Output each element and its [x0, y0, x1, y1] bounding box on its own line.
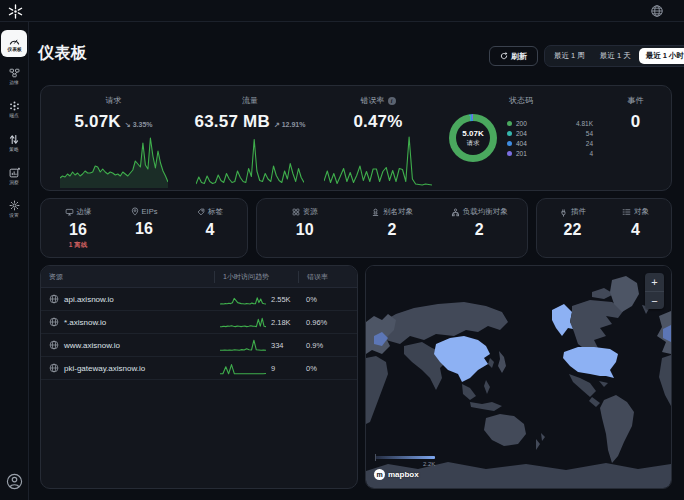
sidebar-item-insight[interactable]: 洞察: [1, 162, 27, 189]
topbar: [0, 0, 684, 22]
gear-icon: [9, 200, 20, 211]
summary-lb-value: 2: [475, 221, 484, 239]
sidebar-label: 洞察: [9, 179, 19, 185]
sidebar-item-dashboard[interactable]: 仪表板: [1, 30, 27, 57]
time-range-segmented: 最近 1 周 最近 1 天 最近 1 小时: [544, 45, 684, 67]
dashboard-app: 仪表板 边缘 端点: [0, 0, 684, 500]
legend-dot-201: [507, 151, 512, 156]
globe-icon: [49, 317, 59, 327]
summary-card-plugins: 插件 22 对象 4: [536, 198, 672, 258]
row-error-rate: 0%: [298, 295, 357, 304]
page-title: 仪表板: [38, 43, 88, 64]
table-row[interactable]: *.axisnow.io 2.18K 0.96%: [41, 311, 357, 334]
stats-card: 请求 5.07K ↘ 3.35% 流量 63.57 MB ↗ 12.91% 错误…: [40, 85, 672, 191]
world-map-card[interactable]: + − 2.2K m mapbox: [365, 265, 672, 489]
endpoint-hub-icon: [9, 101, 20, 111]
donut-center-label: 请求: [467, 139, 480, 148]
insight-chart-icon: [9, 167, 20, 178]
stat-traffic: 流量 63.57 MB ↗ 12.91%: [186, 86, 314, 190]
legend-max-label: 2.2K: [423, 461, 435, 467]
list-icon: [622, 208, 631, 216]
alias-stamp-icon: [371, 208, 380, 217]
legend-row-404: 404 24: [507, 140, 593, 147]
user-avatar-icon[interactable]: [6, 473, 23, 490]
mapbox-logo-icon: m: [374, 469, 385, 480]
map-zoom-controls: + −: [645, 273, 664, 309]
refresh-button[interactable]: 刷新: [489, 46, 538, 66]
summary-objects: 对象 4: [604, 207, 667, 257]
row-count: 2.18K: [271, 318, 291, 327]
table-row[interactable]: pki-gateway.axisnow.io 9 0%: [41, 357, 357, 380]
stat-requests-delta: ↘ 3.35%: [125, 121, 153, 129]
column-header-error: 错误率: [298, 271, 357, 283]
time-range-day[interactable]: 最近 1 天: [593, 48, 638, 64]
sidebar-item-endpoint[interactable]: 端点: [1, 96, 27, 123]
legend-gradient-bar: [375, 456, 435, 459]
stat-traffic-delta: ↗ 12.91%: [274, 121, 306, 129]
status-codes-donut: 5.07K 请求: [449, 114, 497, 162]
row-sparkline: [220, 338, 266, 352]
table-row[interactable]: www.axisnow.io 334 0.9%: [41, 334, 357, 357]
donut-center-value: 5.07K: [462, 129, 483, 138]
sidebar-item-settings[interactable]: 设置: [1, 195, 27, 222]
stat-error-value: 0.47%: [353, 112, 402, 132]
sidebar-label: 设置: [9, 212, 19, 218]
summary-card-resources: 资源 10 别名对象 2 负载均衡对象 2: [256, 198, 528, 258]
row-count: 334: [271, 341, 284, 350]
row-sparkline: [220, 315, 266, 329]
language-globe-icon[interactable]: [650, 4, 664, 18]
zoom-in-button[interactable]: +: [645, 273, 664, 291]
time-range-hour[interactable]: 最近 1 小时: [639, 48, 684, 64]
summary-resources: 资源 10: [261, 207, 348, 257]
stat-traffic-value: 63.57 MB: [195, 112, 270, 132]
summary-plugins-value: 22: [564, 221, 582, 239]
stat-requests: 请求 5.07K ↘ 3.35%: [41, 86, 186, 190]
row-error-rate: 0.96%: [298, 318, 357, 327]
summary-card-edges: 边缘 16 1 离线 EIPs 16 标签 4: [40, 198, 248, 258]
legend-dot-204: [507, 131, 512, 136]
brand-logo-icon: [8, 4, 23, 19]
error-sparkline: [324, 136, 432, 188]
summary-alias-value: 2: [388, 221, 397, 239]
table-row[interactable]: api.axisnow.io 2.55K 0%: [41, 288, 357, 311]
stat-status-codes: 状态码 5.07K 请求 200 4.81K 20: [442, 86, 600, 190]
edge-nodes-icon: [9, 68, 20, 78]
stat-requests-value: 5.07K: [74, 112, 120, 132]
mapbox-attribution[interactable]: m mapbox: [374, 469, 419, 480]
row-error-rate: 0%: [298, 364, 357, 373]
legend-row-200: 200 4.81K: [507, 120, 593, 127]
summary-tags-value: 4: [206, 221, 215, 239]
sidebar-label: 边缘: [9, 79, 19, 85]
resources-table-card: 资源 1小时访问趋势 错误率 api.axisnow.io 2.55K 0% *…: [40, 265, 358, 489]
load-balancer-tree-icon: [451, 208, 460, 217]
table-header: 资源 1小时访问趋势 错误率: [41, 266, 357, 288]
stat-events-label: 事件: [628, 95, 644, 106]
globe-icon: [49, 363, 59, 373]
stat-events-value: 0: [631, 112, 641, 132]
row-error-rate: 0.9%: [298, 341, 357, 350]
summary-edge-value: 16: [69, 221, 87, 239]
column-header-resource: 资源: [41, 271, 214, 283]
traffic-sparkline: [196, 136, 304, 188]
legend-tick: [375, 454, 376, 461]
sidebar-item-policy[interactable]: 策略: [1, 129, 27, 156]
refresh-icon: [500, 52, 508, 60]
domain-name: api.axisnow.io: [64, 295, 114, 304]
legend-row-204: 204 54: [507, 130, 593, 137]
status-codes-label: 状态码: [509, 95, 533, 106]
stat-requests-label: 请求: [106, 95, 122, 106]
info-icon[interactable]: i: [388, 97, 396, 105]
summary-eips: EIPs 16: [111, 207, 177, 257]
row-sparkline: [220, 292, 266, 306]
sidebar-label: 仪表板: [7, 46, 21, 52]
zoom-out-button[interactable]: −: [645, 291, 664, 309]
summary-edge-offline: 1 离线: [69, 241, 87, 250]
time-range-week[interactable]: 最近 1 周: [547, 48, 592, 64]
sidebar-label: 端点: [9, 112, 19, 118]
domain-name: pki-gateway.axisnow.io: [64, 364, 145, 373]
stat-traffic-label: 流量: [242, 95, 258, 106]
row-sparkline: [220, 361, 266, 375]
plug-icon: [559, 208, 568, 217]
stat-events: 事件 0: [600, 86, 671, 190]
sidebar-item-edge[interactable]: 边缘: [1, 63, 27, 90]
